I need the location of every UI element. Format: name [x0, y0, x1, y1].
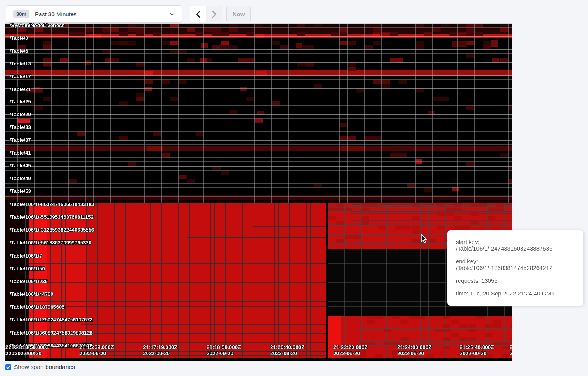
time-nav-button-group: [190, 6, 222, 22]
tooltip-time: time: Tue, 20 Sep 2022 21:24:40 GMT: [456, 290, 575, 297]
keyvis-tooltip: start key: /Table/106/1/-247433150824388…: [447, 230, 583, 306]
forward-button[interactable]: [206, 6, 222, 22]
check-icon: [6, 364, 10, 371]
key-visualizer: /System/NodeLiveness/Table/0/Table/6/Tab…: [0, 23, 588, 361]
chevron-left-icon: [196, 11, 200, 18]
time-range-badge: 30m: [13, 10, 29, 18]
back-button[interactable]: [190, 6, 206, 22]
chevron-right-icon: [212, 11, 217, 18]
show-span-boundaries-checkbox[interactable]: [5, 364, 11, 370]
show-span-boundaries[interactable]: Show span boundaries: [5, 364, 75, 371]
toolbar: 30m Past 30 Minutes Now: [0, 0, 588, 23]
time-range-select[interactable]: 30m Past 30 Minutes: [6, 5, 182, 23]
tooltip-end-key: end key: /Table/106/1/-18683814745282642…: [456, 258, 575, 271]
chevron-down-icon: [170, 12, 175, 16]
now-button[interactable]: Now: [226, 6, 251, 22]
keyvis-heatmap-canvas[interactable]: [5, 23, 512, 361]
tooltip-requests: requests: 13055: [456, 277, 575, 284]
show-span-boundaries-label: Show span boundaries: [14, 364, 75, 371]
time-range-label: Past 30 Minutes: [35, 11, 170, 17]
tooltip-start-key: start key: /Table/106/1/-247433150824388…: [456, 239, 575, 252]
